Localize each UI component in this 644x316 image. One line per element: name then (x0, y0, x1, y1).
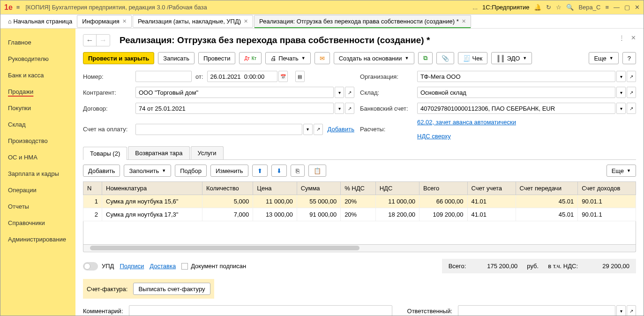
doc-signed-checkbox[interactable] (181, 263, 188, 270)
horizontal-scrollbar[interactable] (83, 245, 636, 252)
user-label[interactable]: Вера_С (578, 4, 600, 11)
table-change-button[interactable]: Изменить (210, 165, 248, 177)
col-acc-trans[interactable]: Счет передачи (516, 182, 578, 195)
open-icon[interactable]: ↗ (314, 124, 323, 135)
move-up-icon[interactable]: ⬆ (252, 165, 268, 177)
col-sum[interactable]: Сумма (297, 182, 340, 195)
sidebar-item-salary[interactable]: Зарплата и кадры (0, 166, 75, 182)
col-acc[interactable]: Счет учета (467, 182, 516, 195)
col-vat[interactable]: НДС (375, 182, 419, 195)
tab-services[interactable]: Услуги (191, 146, 224, 159)
tab-tare[interactable]: Возвратная тара (128, 146, 189, 159)
table-fill-button[interactable]: Заполнить▼ (124, 165, 171, 177)
nav-back-icon[interactable]: ← (83, 35, 97, 46)
dropdown-icon[interactable]: ▾ (303, 124, 313, 135)
sidebar-item-warehouse[interactable]: Склад (0, 116, 75, 133)
number-field[interactable] (135, 71, 192, 82)
table-add-button[interactable]: Добавить (83, 165, 120, 177)
history-icon[interactable]: ↻ (546, 4, 551, 11)
org-field[interactable] (417, 71, 615, 82)
signatures-link[interactable]: Подписи (120, 263, 144, 270)
copy-icon[interactable]: ⎘ (291, 165, 305, 177)
help-button[interactable]: ? (622, 52, 636, 64)
dropdown-icon[interactable]: ▾ (335, 103, 344, 114)
search-icon[interactable]: 🔍 (566, 4, 574, 11)
dtkt-button[interactable]: ДтКт (239, 52, 262, 64)
calendar-icon[interactable]: 📅 (278, 71, 288, 82)
open-icon[interactable]: ↗ (345, 87, 354, 98)
nav-forward-icon[interactable]: → (97, 35, 110, 46)
home-tab[interactable]: ⌂ Начальная страница (3, 16, 77, 27)
bank-field[interactable] (417, 103, 615, 114)
table-pick-button[interactable]: Подбор (175, 165, 207, 177)
open-icon[interactable]: ↗ (627, 87, 636, 98)
table-row[interactable]: 1Сумка для ноутбука 15,6"5,00011 000,005… (83, 195, 636, 208)
table-more-button[interactable]: Еще▼ (607, 165, 636, 177)
open-icon[interactable]: ↗ (627, 103, 636, 114)
dropdown-icon[interactable]: ▾ (616, 103, 626, 114)
sidebar-item-admin[interactable]: Администрирование (0, 231, 75, 248)
open-icon[interactable]: ↗ (627, 71, 636, 82)
create-based-button[interactable]: Создать на основании▼ (334, 52, 414, 64)
kebab-icon[interactable]: ⋮ (619, 34, 625, 41)
main-menu-icon[interactable]: ≡ (16, 4, 20, 11)
col-total[interactable]: Всего (419, 182, 467, 195)
write-invoice-button[interactable]: Выписать счет-фактуру (133, 283, 210, 295)
counterparty-field[interactable] (135, 87, 334, 98)
upd-toggle[interactable] (83, 262, 98, 271)
sidebar-item-main[interactable]: Главное (0, 34, 75, 51)
open-icon[interactable]: ↗ (345, 103, 354, 114)
sidebar-item-bank[interactable]: Банк и касса (0, 67, 75, 83)
sidebar-item-manager[interactable]: Руководителю (0, 51, 75, 67)
maximize-icon[interactable]: ▢ (624, 4, 630, 11)
close-window-icon[interactable]: ✕ (635, 4, 640, 11)
sidebar-item-catalogs[interactable]: Справочники (0, 215, 75, 231)
close-page-icon[interactable]: ✕ (631, 34, 636, 41)
sidebar-item-reports[interactable]: Отчеты (0, 198, 75, 215)
print-button[interactable]: 🖨Печать▼ (265, 52, 311, 64)
star-icon[interactable]: ☆ (556, 4, 562, 11)
structure-button[interactable]: ⧉ (418, 52, 433, 64)
col-acc-inc[interactable]: Счет доходов (578, 182, 636, 195)
settings-icon[interactable]: ≡ (605, 4, 609, 11)
delivery-link[interactable]: Доставка (150, 263, 176, 270)
sidebar-item-sales[interactable]: Продажи (0, 83, 75, 100)
date-field[interactable] (207, 71, 277, 82)
contract-field[interactable] (135, 103, 334, 114)
more-button[interactable]: Еще▼ (589, 52, 618, 64)
sidebar-item-operations[interactable]: Операции (0, 182, 75, 198)
tab-goods[interactable]: Товары (2) (83, 147, 127, 160)
edo-button[interactable]: ║║ЭДО▼ (491, 52, 532, 64)
save-button[interactable]: Записать (158, 52, 195, 64)
email-button[interactable]: ✉ (315, 52, 330, 64)
table-row[interactable]: 2Сумка для ноутбука 17,3"7,00013 000,009… (83, 208, 636, 221)
col-nomenclature[interactable]: Номенклатура (102, 182, 202, 195)
paste-icon[interactable]: 📋 (308, 165, 326, 177)
minimize-icon[interactable]: — (614, 4, 620, 11)
tab-realizatsiya-list[interactable]: Реализация (акты, накладные, УПД) ✕ (133, 15, 253, 28)
close-tab-icon[interactable]: ✕ (244, 18, 248, 24)
check-button[interactable]: 🧾Чек (458, 52, 488, 64)
col-n[interactable]: N (83, 182, 102, 195)
sidebar-item-purchases[interactable]: Покупки (0, 100, 75, 116)
col-qty[interactable]: Количество (202, 182, 253, 195)
attach-button[interactable]: 📎 (436, 52, 454, 64)
vat-link[interactable]: НДС сверху (417, 133, 451, 140)
close-tab-icon[interactable]: ✕ (462, 18, 466, 24)
dropdown-icon[interactable]: ▾ (616, 71, 626, 82)
tab-information[interactable]: Информация ✕ (77, 15, 132, 28)
post-close-button[interactable]: Провести и закрыть (83, 52, 154, 64)
bell-icon[interactable]: 🔔 (534, 4, 541, 11)
comment-field[interactable] (129, 305, 392, 316)
warehouse-field[interactable] (417, 87, 615, 98)
dropdown-icon[interactable]: ▾ (616, 87, 626, 98)
sidebar-item-production[interactable]: Производство (0, 133, 75, 149)
col-price[interactable]: Цена (253, 182, 297, 195)
list-icon[interactable]: ▤ (295, 71, 305, 82)
add-invoice-link[interactable]: Добавить (328, 126, 354, 133)
open-icon[interactable]: ↗ (627, 305, 636, 316)
tab-realizatsiya-doc[interactable]: Реализация: Отгрузка без перехода права … (254, 15, 471, 28)
move-down-icon[interactable]: ⬇ (271, 165, 287, 177)
dropdown-icon[interactable]: ▾ (616, 305, 626, 316)
sidebar-item-os[interactable]: ОС и НМА (0, 149, 75, 166)
